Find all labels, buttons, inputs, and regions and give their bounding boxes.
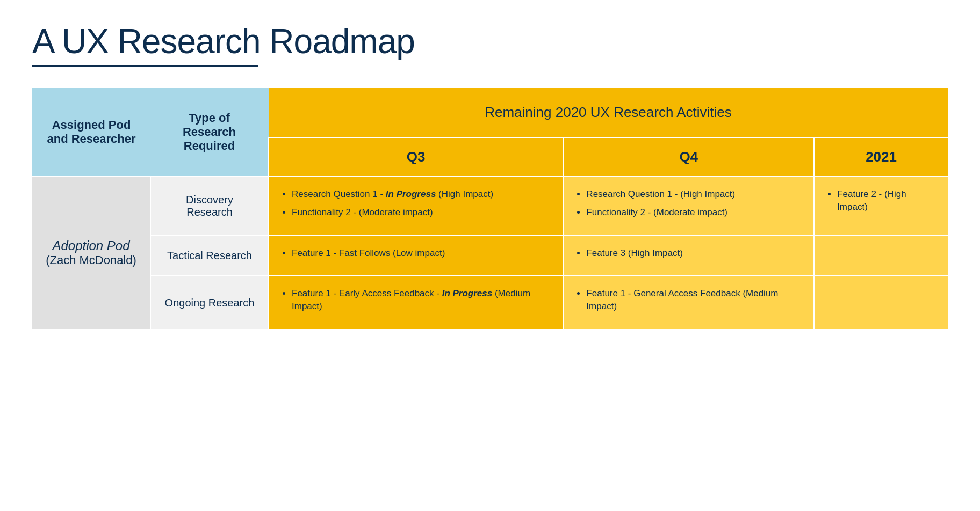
q3-cell: Feature 1 - Fast Follows (Low impact) xyxy=(269,236,563,276)
q3-cell: Feature 1 - Early Access Feedback - In P… xyxy=(269,276,563,329)
type-cell: Ongoing Research xyxy=(150,276,269,329)
year2021-cell-empty xyxy=(814,276,948,329)
q4-cell: Research Question 1 - (High Impact)Funct… xyxy=(563,177,814,236)
type-cell: Tactical Research xyxy=(150,236,269,276)
roadmap-table: Assigned Pod and Researcher Type of Rese… xyxy=(32,88,948,329)
year2021-cell-empty xyxy=(814,236,948,276)
q3-header: Q3 xyxy=(269,137,563,177)
activities-header: Remaining 2020 UX Research Activities xyxy=(269,88,948,137)
q4-header: Q4 xyxy=(563,137,814,177)
col2-header: Type of Research Required xyxy=(150,88,269,177)
q4-cell: Feature 3 (High Impact) xyxy=(563,236,814,276)
title-divider xyxy=(32,65,258,67)
page-title: A UX Research Roadmap xyxy=(32,21,948,61)
col1-header: Assigned Pod and Researcher xyxy=(32,88,150,177)
year2021-header: 2021 xyxy=(814,137,948,177)
q4-cell: Feature 1 - General Access Feedback (Med… xyxy=(563,276,814,329)
q3-cell: Research Question 1 - In Progress (High … xyxy=(269,177,563,236)
pod-cell: Adoption Pod(Zach McDonald) xyxy=(32,177,150,329)
type-cell: Discovery Research xyxy=(150,177,269,236)
year2021-cell: Feature 2 - (High Impact) xyxy=(814,177,948,236)
